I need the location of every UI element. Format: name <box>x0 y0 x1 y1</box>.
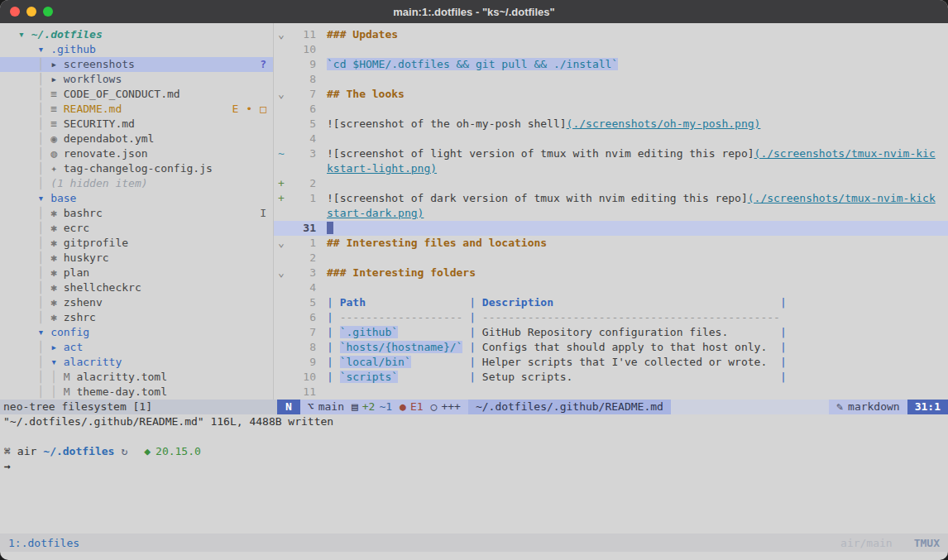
git-diff-group: ▤ +2 ~1 <box>352 400 392 414</box>
editor-line[interactable]: 5| Path | Description | <box>274 295 948 310</box>
tmux-pane-shell[interactable]: ⌘ air ~/.dotfiles ↻ ◆ 20.15.0 → <box>0 429 948 489</box>
tree-item-workflows[interactable]: │ ▸ workflows <box>0 72 273 87</box>
tree-item-shellcheckrc[interactable]: │ ✱ shellcheckrc <box>0 280 273 295</box>
line-number: 8 <box>293 340 316 355</box>
tree-item-act[interactable]: │ ▸ act <box>0 340 273 355</box>
editor-line[interactable]: kstart-light.png) <box>274 161 948 176</box>
line-number: 1 <box>293 191 316 206</box>
editor-line[interactable]: 2 <box>274 251 948 266</box>
editor-line[interactable]: 6| ------------------- | ---------------… <box>274 310 948 325</box>
indent-guide: │ <box>18 102 50 117</box>
tree-item-code-of-conduct-md[interactable]: │ ≡ CODE_OF_CONDUCT.md <box>0 87 273 102</box>
tree-item-bashrc[interactable]: │ ✱ bashrcI <box>0 206 273 221</box>
editor-line[interactable]: 10 <box>274 42 948 57</box>
tree-item-renovate-json[interactable]: │ ◍ renovate.json <box>0 146 273 161</box>
editor-line[interactable]: 10| `scripts` | Setup scripts. | <box>274 370 948 385</box>
command-line-message: "~/.dotfiles/.github/README.md" 116L, 44… <box>0 414 948 429</box>
editor-line[interactable]: 4 <box>274 280 948 295</box>
editor-line[interactable]: ⌄7## The looks <box>274 87 948 102</box>
syntax-segment: | <box>469 341 482 353</box>
tmux-window-name[interactable]: 1:.dotfiles <box>8 537 79 549</box>
editor-line[interactable]: ⌄1## Interesting files and locations <box>274 236 948 251</box>
tree-item-theme-day-toml[interactable]: │ │ M theme-day.toml <box>0 385 273 400</box>
indent-guide: │ <box>18 146 50 161</box>
tree-item-gitprofile[interactable]: │ ✱ gitprofile <box>0 236 273 251</box>
editor-line[interactable]: 5![screenshot of the oh-my-posh shell](.… <box>274 117 948 132</box>
statusline: N ⌥ main ▤ +2 ~1 ● E1 ○ +++ <box>277 400 948 414</box>
editor-line[interactable]: +1![screenshot of dark version of tmux w… <box>274 191 948 206</box>
editor-line[interactable]: 9`cd $HOME/.dotfiles && git pull && ./in… <box>274 57 948 72</box>
indent-guide: │ <box>18 295 50 310</box>
file-icon: ≡ <box>50 117 64 132</box>
editor-line[interactable]: 6 <box>274 102 948 117</box>
tree-item-readme-md[interactable]: │ ≡ README.mdE•□ <box>0 102 273 117</box>
close-button[interactable] <box>10 7 20 17</box>
indent-guide <box>18 325 37 340</box>
syntax-segment: | <box>469 311 482 323</box>
editor-line[interactable]: 9| `local/bin` | Helper scripts that I'v… <box>274 355 948 370</box>
tree-item-plan[interactable]: │ ✱ plan <box>0 266 273 280</box>
tree-item-config[interactable]: ▾ config <box>0 325 273 340</box>
indent-guide: │ <box>18 280 50 295</box>
editor-line[interactable]: 7| `.github` | GitHub Repository configu… <box>274 325 948 340</box>
syntax-segment: | <box>327 371 340 383</box>
tmux-statusbar: 1:.dotfiles air/main TMUX <box>0 534 948 552</box>
syntax-segment: `.github` <box>340 326 398 338</box>
window-title: main:1:.dotfiles - "ks~/.dotfiles" <box>0 6 948 18</box>
tree-item-alacritty[interactable]: │ ▾ alacritty <box>0 355 273 370</box>
line-number: 10 <box>293 370 316 385</box>
tree-item-security-md[interactable]: │ ≡ SECURITY.md <box>0 117 273 132</box>
editor-line[interactable]: 8 <box>274 72 948 87</box>
tree-item-dotfiles[interactable]: ▾ ~/.dotfiles <box>0 27 273 42</box>
tree-item-zshenv[interactable]: │ ✱ zshenv <box>0 295 273 310</box>
fold-sign-marker <box>274 325 293 340</box>
editor-line[interactable]: ~3![screenshot of light version of tmux … <box>274 146 948 161</box>
tree-item-label: gitprofile <box>64 236 128 251</box>
tree-item-base[interactable]: ▾ base <box>0 191 273 206</box>
syntax-segment: ## Interesting files and locations <box>327 237 547 249</box>
tree-item-dependabot-yml[interactable]: │ ◉ dependabot.yml <box>0 132 273 146</box>
fold-sign-marker: ⌄ <box>274 266 293 280</box>
syntax-segment: ----------------------------------------… <box>482 311 780 323</box>
editor-pane[interactable]: ⌄11### Updates 10 9`cd $HOME/.dotfiles &… <box>273 23 948 400</box>
editor-line[interactable]: 11 <box>274 385 948 400</box>
shell-prompt: ⌘ air ~/.dotfiles ↻ ◆ 20.15.0 <box>0 444 948 459</box>
tree-item-huskyrc[interactable]: │ ✱ huskyrc <box>0 251 273 266</box>
file-icon: ✱ <box>50 310 64 325</box>
tree-item-tag-changelog-config-js[interactable]: │ ✦ tag-changelog-config.js <box>0 161 273 176</box>
minimize-button[interactable] <box>26 7 36 17</box>
tree-item-1-hidden-item[interactable]: │ (1 hidden item) <box>0 176 273 191</box>
editor-cursor-line[interactable]: 31 <box>274 221 948 236</box>
tree-item-label: alacritty <box>64 355 122 370</box>
tree-item-zshrc[interactable]: │ ✱ zshrc <box>0 310 273 325</box>
editor-line[interactable]: start-dark.png) <box>274 206 948 221</box>
tree-item-alacritty-toml[interactable]: │ │ M alacritty.toml <box>0 370 273 385</box>
syntax-segment: Description <box>482 296 553 309</box>
line-number: 2 <box>293 251 316 266</box>
zoom-button[interactable] <box>43 7 53 17</box>
tree-item-github[interactable]: ▾ .github <box>0 42 273 57</box>
syntax-segment: | <box>327 341 340 353</box>
editor-line[interactable]: ⌄3### Interesting folders <box>274 266 948 280</box>
line-content: | Path | Description | <box>327 295 787 310</box>
tree-item-badges: I <box>260 206 273 221</box>
line-content: | `local/bin` | Helper scripts that I've… <box>327 355 787 370</box>
statusline-info: ⌥ main ▤ +2 ~1 ● E1 ○ +++ <box>300 400 468 414</box>
tree-item-screenshots[interactable]: │ ▸ screenshots? <box>0 57 273 72</box>
editor-line[interactable]: 4 <box>274 132 948 146</box>
folder-expander-icon: ▸ <box>50 57 64 72</box>
line-number: 6 <box>293 310 316 325</box>
editor-line[interactable]: ⌄11### Updates <box>274 27 948 42</box>
node-icon: ◆ <box>144 444 151 459</box>
line-number: 6 <box>293 102 316 117</box>
editor-line[interactable]: +2 <box>274 176 948 191</box>
line-number: 5 <box>293 117 316 132</box>
neotree-panel: ▾ ~/.dotfiles ▾ .github │ ▸ screenshots?… <box>0 23 273 400</box>
syntax-segment: | <box>780 356 787 368</box>
line-content: ### Updates <box>327 27 398 42</box>
tree-item-ecrc[interactable]: │ ✱ ecrc <box>0 221 273 236</box>
fold-sign-marker <box>274 295 293 310</box>
editor-line[interactable]: 8| `hosts/{hostname}/` | Configs that sh… <box>274 340 948 355</box>
syntax-segment: ------------------- <box>340 311 463 323</box>
fold-sign-marker <box>274 355 293 370</box>
